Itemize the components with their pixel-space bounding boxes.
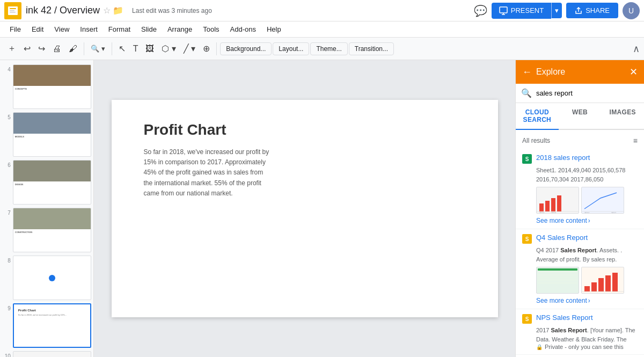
tab-images[interactable]: IMAGES [601, 103, 644, 129]
thumb-chart-1a[interactable]: 2014 2016 [536, 187, 579, 214]
svg-text:2014: 2014 [584, 212, 590, 214]
slide-thumb-10[interactable] [13, 351, 91, 357]
result-item-4: S 2018 Expense Report Annual Expense Rep… [516, 355, 644, 357]
star-icon[interactable]: ☆ [103, 5, 111, 16]
share-icon [575, 7, 582, 14]
toolbar-line[interactable]: ╱ ▾ [180, 41, 199, 56]
menu-bar: File Edit View Insert Format Slide Arran… [0, 21, 644, 38]
thumb-chart-1b[interactable]: 2014 2017 [581, 187, 624, 214]
present-dropdown-button[interactable]: ▾ [551, 3, 562, 18]
toolbar-zoom[interactable]: 🔍 ▾ [87, 42, 108, 55]
slide-canvas-body: So far in 2018, we've increased our prof… [144, 147, 273, 199]
menu-insert[interactable]: Insert [75, 23, 103, 35]
toolbar-new[interactable]: ＋ [4, 41, 19, 56]
svg-rect-19 [591, 282, 597, 292]
explore-tabs: CLOUD SEARCH WEB IMAGES [516, 103, 644, 130]
menu-file[interactable]: File [4, 23, 26, 35]
comment-icon[interactable]: 💬 [474, 4, 487, 17]
see-more-1[interactable]: See more content › [536, 217, 638, 224]
slide-item[interactable]: 5 MODELS [2, 112, 91, 157]
menu-format[interactable]: Format [103, 23, 136, 35]
svg-rect-20 [598, 278, 604, 292]
results-header: All results ≡ [516, 134, 644, 149]
tab-web[interactable]: WEB [559, 103, 602, 129]
slides-panel: 4 CONCEPTS 5 MODELS 6 DESIGN 7 [0, 60, 94, 357]
result-2-title[interactable]: Q4 Sales Report [536, 234, 588, 242]
thumb-chart-2b[interactable] [581, 267, 624, 294]
svg-rect-21 [605, 275, 611, 292]
toolbar-format-paint[interactable]: 🖌 [65, 42, 80, 56]
thumb-table-2a[interactable] [536, 267, 579, 294]
slide-item[interactable]: 7 CONSTRUCTION [2, 208, 91, 252]
toolbar-select[interactable]: ↖ [115, 41, 129, 56]
filter-icon[interactable]: ≡ [633, 136, 638, 145]
canvas-area: Profit Chart So far in 2018, we've incre… [94, 60, 515, 357]
search-icon: 🔍 [521, 88, 532, 98]
slide-thumb-6[interactable]: DESIGN [13, 160, 91, 205]
result-1-title[interactable]: 2018 sales report [536, 154, 590, 162]
present-icon [499, 6, 508, 15]
toolbar-collapse[interactable]: ∧ [633, 43, 640, 55]
explore-panel: ← Explore ✕ 🔍 CLOUD SEARCH WEB IMAGES Al… [515, 60, 644, 357]
slide-number: 10 [2, 351, 11, 357]
menu-arrange[interactable]: Arrange [162, 23, 197, 35]
slide-thumb-7[interactable]: CONSTRUCTION [13, 208, 91, 252]
slide-thumb-4[interactable]: CONCEPTS [13, 64, 91, 109]
layout-button[interactable]: Layout... [273, 42, 309, 55]
result-3-title[interactable]: NPS Sales Report [536, 314, 593, 322]
svg-rect-9 [545, 201, 550, 212]
thumb-table-content [537, 267, 579, 293]
menu-tools[interactable]: Tools [197, 23, 224, 35]
explore-back-button[interactable]: ← [522, 67, 532, 78]
slide-thumb-8[interactable] [13, 256, 91, 300]
svg-text:2017: 2017 [611, 212, 617, 214]
see-more-2[interactable]: See more content › [536, 297, 638, 304]
sheets-icon-1: S [522, 154, 532, 164]
explore-results: All results ≡ S 2018 sales report Sheet1… [516, 130, 644, 357]
menu-slide[interactable]: Slide [136, 23, 162, 35]
theme-button[interactable]: Theme... [310, 42, 347, 55]
slide-item[interactable]: 4 CONCEPTS [2, 64, 91, 109]
slide-number: 4 [2, 64, 11, 72]
transition-button[interactable]: Transition... [349, 42, 394, 55]
menu-edit[interactable]: Edit [26, 23, 49, 35]
share-button[interactable]: SHARE [566, 3, 618, 18]
menu-help[interactable]: Help [261, 23, 287, 35]
svg-rect-5 [500, 7, 507, 13]
explore-search-input[interactable] [536, 89, 639, 97]
menu-addons[interactable]: Add-ons [225, 23, 261, 35]
slide-item[interactable]: 8 [2, 256, 91, 300]
avatar[interactable]: U [623, 2, 640, 19]
result-2-header: S Q4 Sales Report [522, 234, 638, 244]
toolbar-redo[interactable]: ↪ [35, 41, 48, 56]
toolbar-separator-1 [84, 42, 84, 55]
chart-svg-1a: 2014 2016 [537, 187, 579, 214]
menu-view[interactable]: View [49, 23, 75, 35]
title-bar: ink 42 / Overview ☆ 📁 Last edit was 3 mi… [0, 0, 644, 21]
slide-item[interactable]: 10 [2, 351, 91, 357]
result-1-meta: Sheet1. 2014,49,040 2015,60,578 2016,70,… [536, 166, 638, 184]
slide-canvas[interactable]: Profit Chart So far in 2018, we've incre… [112, 100, 498, 317]
doc-title: ink 42 / Overview [26, 5, 100, 16]
present-button[interactable]: PRESENT [492, 3, 551, 19]
toolbar-more[interactable]: ⊕ [200, 41, 213, 56]
toolbar-image[interactable]: 🖼 [142, 42, 157, 56]
svg-rect-2 [10, 8, 16, 9]
toolbar-print[interactable]: 🖨 [49, 42, 64, 56]
slide-thumb-5[interactable]: MODELS [13, 112, 91, 157]
result-2-meta: Q4 2017 Sales Report. Assets. . Average … [536, 246, 638, 264]
slide-item[interactable]: 9 Profit Chart So far in 2018, we've inc… [2, 303, 91, 348]
toolbar-textbox[interactable]: T [130, 42, 142, 56]
explore-close-button[interactable]: ✕ [630, 66, 638, 78]
slide-item[interactable]: 6 DESIGN [2, 160, 91, 205]
explore-header: ← Explore ✕ [516, 60, 644, 84]
result-1-header: S 2018 sales report [522, 154, 638, 164]
toolbar-shapes[interactable]: ⬡ ▾ [158, 41, 179, 56]
background-button[interactable]: Background... [220, 42, 272, 55]
explore-panel-title: Explore [536, 67, 625, 77]
folder-icon[interactable]: 📁 [113, 5, 123, 16]
slide-thumb-9[interactable]: Profit Chart So far in 2018, we've incre… [13, 303, 91, 348]
toolbar-undo[interactable]: ↩ [20, 41, 34, 56]
tab-cloud-search[interactable]: CLOUD SEARCH [516, 103, 559, 130]
result-1-thumbs: 2014 2016 2014 2017 [536, 187, 638, 214]
